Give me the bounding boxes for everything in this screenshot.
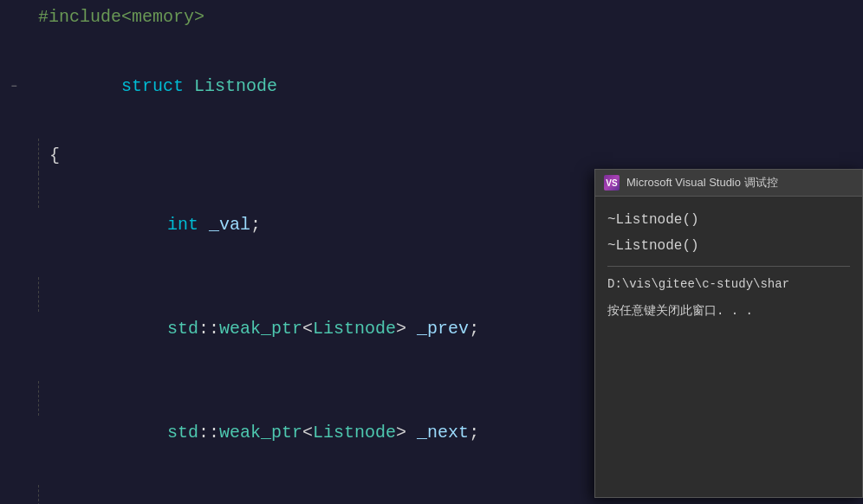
- line-content-2: struct Listnode: [38, 35, 863, 139]
- debug-prompt: 按任意键关闭此窗口. . .: [607, 298, 850, 324]
- gutter-2: −: [7, 80, 38, 94]
- debug-line-2: ~Listnode(): [607, 233, 850, 259]
- indent-guide-3: [38, 139, 39, 173]
- debug-title: Microsoft Visual Studio 调试控: [626, 175, 778, 191]
- code-line-2: − struct Listnode: [0, 35, 863, 139]
- debug-path: D:\vis\gitee\c-study\shar: [607, 274, 850, 294]
- debug-titlebar: VS Microsoft Visual Studio 调试控: [595, 170, 862, 197]
- code-line-3: {: [0, 139, 863, 173]
- indent-guide-6: [38, 381, 39, 416]
- indent-guide-4: [38, 173, 39, 208]
- vs-icon: VS: [604, 175, 620, 191]
- debug-popup: VS Microsoft Visual Studio 调试控 ~Listnode…: [594, 169, 863, 498]
- debug-line-1: ~Listnode(): [607, 207, 850, 233]
- vs-icon-label: VS: [606, 178, 617, 188]
- indent-guide-5: [38, 277, 39, 312]
- line-content-3: {: [49, 139, 863, 173]
- debug-body: ~Listnode() ~Listnode() D:\vis\gitee\c-s…: [595, 197, 862, 334]
- code-line-1: #include<memory>: [0, 0, 863, 35]
- indent-guide-7: [38, 485, 39, 504]
- debug-separator: [607, 266, 850, 267]
- fold-btn-2[interactable]: −: [7, 80, 21, 94]
- line-content-1: #include<memory>: [38, 0, 863, 35]
